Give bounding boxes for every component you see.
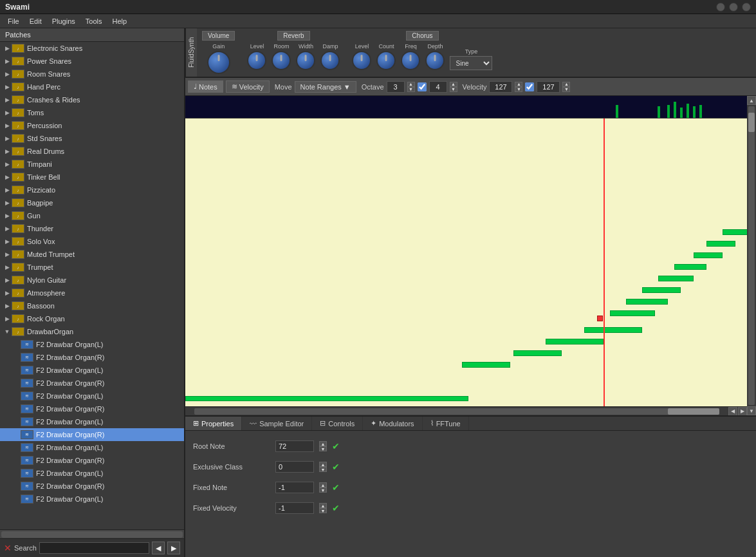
expand-icon[interactable]: ▶ — [3, 225, 12, 232]
fixed-note-spinner[interactable]: ▲ ▼ — [319, 482, 327, 493]
fixed-velocity-down[interactable]: ▼ — [319, 508, 327, 513]
patch-item[interactable]: ≋F2 Drawbar Organ(R) — [0, 428, 184, 441]
root-note-input[interactable] — [275, 440, 314, 452]
tab-sample-editor[interactable]: 〰 Sample Editor — [242, 417, 312, 430]
velocity2-up-button[interactable]: ▲ — [562, 82, 570, 87]
search-close-icon[interactable]: ✕ — [4, 543, 12, 553]
reverb-width-knob[interactable] — [296, 51, 315, 70]
tab-properties[interactable]: ⊞ Properties — [185, 417, 242, 430]
root-note-spinner[interactable]: ▲ ▼ — [319, 441, 327, 451]
patch-item[interactable]: ≋F2 Drawbar Organ(R) — [0, 454, 184, 467]
patch-item[interactable]: ▶♪Rock Organ — [0, 312, 184, 325]
search-prev-button[interactable]: ◀ — [152, 542, 165, 554]
note-block[interactable] — [626, 299, 668, 305]
expand-icon[interactable]: ▶ — [3, 264, 12, 270]
vscroll-up-arrow[interactable]: ▲ — [747, 96, 756, 105]
octave-down-button[interactable]: ▼ — [407, 87, 415, 92]
note-block[interactable] — [597, 316, 603, 321]
patch-item[interactable]: ▶♪Hand Perc — [0, 80, 184, 93]
minimize-button[interactable] — [716, 3, 725, 12]
patch-item[interactable]: ▶♪Crashes & Rides — [0, 93, 184, 106]
fixed-velocity-check[interactable]: ✔ — [332, 503, 340, 513]
expand-icon[interactable]: ▶ — [3, 251, 12, 258]
hscroll-right-arrow[interactable]: ▶ — [738, 407, 747, 416]
patch-item[interactable]: ▶♪Tinker Bell — [0, 171, 184, 184]
note-block[interactable] — [546, 339, 604, 345]
patch-item[interactable]: ≋F2 Drawbar Organ(R) — [0, 402, 184, 415]
search-input[interactable] — [39, 542, 149, 554]
expand-icon[interactable]: ▶ — [3, 290, 12, 296]
root-note-up[interactable]: ▲ — [319, 441, 327, 446]
patch-item[interactable]: ▶♪Bagpipe — [0, 196, 184, 209]
note-block[interactable] — [610, 310, 655, 316]
menu-edit[interactable]: Edit — [24, 16, 47, 26]
expand-icon[interactable]: ▼ — [3, 328, 12, 335]
velocity-spinner2[interactable]: ▲ ▼ — [562, 82, 570, 92]
expand-icon[interactable]: ▶ — [3, 135, 12, 142]
fixed-note-check[interactable]: ✔ — [332, 482, 340, 493]
vscroll[interactable]: ▲ ▼ — [747, 96, 756, 415]
patch-item[interactable]: ▶♪Toms — [0, 106, 184, 119]
patch-item[interactable]: ▶♪Timpani — [0, 158, 184, 171]
patch-item[interactable]: ▶♪Gun — [0, 209, 184, 222]
note-block[interactable] — [658, 276, 694, 281]
fixed-note-input[interactable] — [275, 482, 314, 493]
velocity-down-button[interactable]: ▼ — [515, 87, 522, 92]
patch-item[interactable]: ▶♪Nylon Guitar — [0, 274, 184, 287]
patch-item[interactable]: ≋F2 Drawbar Organ(R) — [0, 351, 184, 364]
fixed-velocity-input[interactable] — [275, 502, 314, 514]
exclusive-up[interactable]: ▲ — [319, 462, 327, 467]
chorus-level-knob[interactable] — [352, 51, 371, 70]
expand-icon[interactable]: ▶ — [3, 161, 12, 167]
note-block[interactable] — [723, 229, 747, 235]
menu-tools[interactable]: Tools — [80, 16, 107, 26]
tab-controls[interactable]: ⊟ Controls — [312, 417, 363, 430]
patch-item[interactable]: ≋F2 Drawbar Organ(L) — [0, 467, 184, 480]
expand-icon[interactable]: ▶ — [3, 71, 12, 77]
patch-item[interactable]: ≋F2 Drawbar Organ(L) — [0, 364, 184, 377]
octave-check[interactable] — [418, 82, 427, 91]
exclusive-class-spinner[interactable]: ▲ ▼ — [319, 462, 327, 472]
patch-item[interactable]: ▶♪Real Drums — [0, 145, 184, 158]
octave-spinner[interactable]: ▲ ▼ — [407, 82, 415, 92]
patch-item[interactable]: ▶♪Trumpet — [0, 261, 184, 274]
patch-item[interactable]: ▶♪Bassoon — [0, 299, 184, 312]
gain-knob[interactable] — [207, 51, 230, 74]
expand-icon[interactable]: ▶ — [3, 303, 12, 309]
note-ranges-button[interactable]: Note Ranges ▼ — [295, 81, 356, 93]
note-spinner[interactable]: ▲ ▼ — [450, 82, 457, 92]
hscroll-left-arrow[interactable]: ◀ — [728, 407, 737, 416]
chorus-depth-knob[interactable] — [425, 51, 445, 70]
expand-icon[interactable]: ▶ — [3, 187, 12, 193]
patch-item[interactable]: ≋F2 Drawbar Organ(L) — [0, 390, 184, 402]
exclusive-class-input[interactable] — [275, 461, 314, 473]
menu-plugins[interactable]: Plugins — [47, 16, 80, 26]
octave-input[interactable] — [387, 81, 405, 93]
expand-icon[interactable]: ▶ — [3, 238, 12, 245]
patch-item[interactable]: ▶♪Electronic Snares — [0, 42, 184, 55]
velocity-input[interactable] — [489, 81, 512, 93]
expand-icon[interactable]: ▶ — [3, 200, 12, 206]
note-block[interactable] — [462, 362, 510, 368]
note-area[interactable] — [185, 118, 747, 406]
patch-item[interactable]: ▶♪Solo Vox — [0, 235, 184, 248]
tab-modulators[interactable]: ✦ Modulators — [363, 417, 422, 430]
expand-icon[interactable]: ▶ — [3, 316, 12, 322]
expand-icon[interactable]: ▶ — [3, 277, 12, 283]
expand-icon[interactable]: ▶ — [3, 148, 12, 155]
patch-item[interactable]: ▶♪Muted Trumpet — [0, 248, 184, 261]
maximize-button[interactable] — [729, 3, 738, 12]
patch-item[interactable]: ≋F2 Drawbar Organ(R) — [0, 480, 184, 493]
velocity-check[interactable] — [525, 82, 534, 91]
patch-item[interactable]: ▶♪Room Snares — [0, 68, 184, 80]
reverb-damp-knob[interactable] — [320, 51, 340, 70]
note-block[interactable] — [694, 252, 723, 258]
patch-item[interactable]: ≋F2 Drawbar Organ(L) — [0, 415, 184, 428]
velocity2-down-button[interactable]: ▼ — [562, 87, 570, 92]
note-block[interactable] — [674, 264, 706, 270]
note-down-button[interactable]: ▼ — [450, 87, 457, 92]
chorus-count-knob[interactable] — [376, 51, 396, 70]
velocity-spinner[interactable]: ▲ ▼ — [515, 82, 522, 92]
patch-item[interactable]: ▶♪Power Snares — [0, 55, 184, 68]
patch-item[interactable]: ≋F2 Drawbar Organ(L) — [0, 441, 184, 454]
